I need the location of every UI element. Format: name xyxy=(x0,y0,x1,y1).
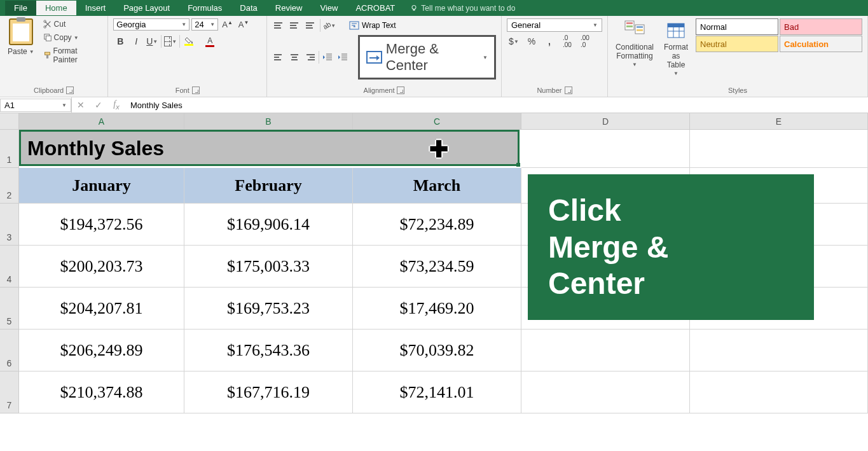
orientation-button[interactable]: ab▼ xyxy=(322,18,336,32)
conditional-formatting-button[interactable]: Conditional Formatting▼ xyxy=(613,18,656,78)
selection-handle[interactable] xyxy=(516,163,520,167)
cancel-formula-button[interactable]: ✕ xyxy=(72,98,90,113)
format-painter-button[interactable]: Format Painter xyxy=(41,45,103,66)
tell-me-search[interactable]: Tell me what you want to do xyxy=(410,4,515,13)
row-header-3[interactable]: 3 xyxy=(0,204,19,246)
column-header-e[interactable]: E xyxy=(690,113,868,130)
svg-rect-14 xyxy=(637,29,643,31)
wrap-text-button[interactable]: Wrap Text xyxy=(349,21,396,30)
cell-A5[interactable]: $204,207.81 xyxy=(19,288,184,330)
column-header-d[interactable]: D xyxy=(521,113,690,130)
cell-header-january[interactable]: January xyxy=(19,168,184,204)
tab-file[interactable]: File xyxy=(5,1,36,15)
cell-D6[interactable] xyxy=(521,330,690,371)
paste-button[interactable]: Paste ▼ xyxy=(5,46,37,57)
bold-button[interactable]: B xyxy=(113,34,127,48)
name-box[interactable]: A1▼ xyxy=(0,99,71,112)
percent-format-button[interactable]: % xyxy=(525,34,539,48)
cell-B4[interactable]: $175,003.33 xyxy=(184,246,353,288)
cell-B5[interactable]: $169,753.23 xyxy=(184,288,353,330)
border-button[interactable]: ▼ xyxy=(163,34,177,48)
column-header-c[interactable]: C xyxy=(353,113,521,130)
formula-input[interactable]: Monthly Sales xyxy=(125,99,868,111)
cell-B3[interactable]: $169,906.14 xyxy=(184,204,353,246)
underline-button[interactable]: U ▼ xyxy=(145,34,159,48)
align-middle-button[interactable] xyxy=(288,19,302,32)
cell-A3[interactable]: $194,372.56 xyxy=(19,204,184,246)
tab-insert[interactable]: Insert xyxy=(76,1,115,15)
increase-font-button[interactable]: A▲ xyxy=(220,20,235,29)
align-left-button[interactable] xyxy=(272,51,286,64)
cell-style-neutral[interactable]: Neutral xyxy=(696,36,778,52)
row-header-6[interactable]: 6 xyxy=(0,330,19,371)
number-group-label: Number xyxy=(537,87,561,94)
italic-button[interactable]: I xyxy=(129,34,143,48)
fx-button[interactable]: fx xyxy=(107,98,125,113)
cell-header-february[interactable]: February xyxy=(184,168,353,204)
cell-C7[interactable]: $72,141.01 xyxy=(353,371,521,413)
number-launcher[interactable] xyxy=(565,87,572,94)
increase-indent-button[interactable] xyxy=(336,50,350,64)
row-header-2[interactable]: 2 xyxy=(0,168,19,204)
cell-style-calculation[interactable]: Calculation xyxy=(780,36,862,52)
cell-header-march[interactable]: March xyxy=(353,168,521,204)
column-header-a[interactable]: A xyxy=(19,113,184,130)
cut-button[interactable]: Cut xyxy=(41,18,103,30)
tab-home[interactable]: Home xyxy=(36,1,76,15)
select-all-corner[interactable] xyxy=(0,113,19,130)
align-right-button[interactable] xyxy=(303,51,316,64)
decrease-font-button[interactable]: A▼ xyxy=(237,20,251,29)
enter-formula-button[interactable]: ✓ xyxy=(90,98,107,113)
accounting-format-button[interactable]: $ ▼ xyxy=(507,34,521,48)
decrease-decimal-button[interactable]: .00.0 xyxy=(578,34,592,48)
cell-B7[interactable]: $167,716.19 xyxy=(184,371,353,413)
cell-D1[interactable] xyxy=(521,130,690,168)
fill-color-button[interactable]: ▼ xyxy=(182,34,196,48)
font-size-select[interactable]: 24▼ xyxy=(191,18,218,31)
cell-A4[interactable]: $200,203.73 xyxy=(19,246,184,288)
cell-E6[interactable] xyxy=(690,330,868,371)
decrease-indent-button[interactable] xyxy=(321,50,334,64)
cell-E7[interactable] xyxy=(690,371,868,413)
alignment-launcher[interactable] xyxy=(397,87,404,94)
tab-page-layout[interactable]: Page Layout xyxy=(114,1,179,15)
font-group-label: Font xyxy=(176,87,189,94)
row-header-7[interactable]: 7 xyxy=(0,371,19,413)
clipboard-launcher[interactable] xyxy=(66,87,74,94)
tab-data[interactable]: Data xyxy=(231,1,266,15)
copy-icon xyxy=(43,33,52,42)
align-top-button[interactable] xyxy=(272,19,286,32)
tab-view[interactable]: View xyxy=(311,1,347,15)
cell-C3[interactable]: $72,234.89 xyxy=(353,204,521,246)
column-header-b[interactable]: B xyxy=(184,113,353,130)
tab-acrobat[interactable]: ACROBAT xyxy=(347,1,404,15)
row-header-5[interactable]: 5 xyxy=(0,288,19,330)
font-name-select[interactable]: Georgia▼ xyxy=(113,18,189,31)
brush-icon xyxy=(43,51,52,60)
cell-C6[interactable]: $70,039.82 xyxy=(353,330,521,371)
align-bottom-button[interactable] xyxy=(304,19,318,32)
cell-D7[interactable] xyxy=(521,371,690,413)
cell-C5[interactable]: $17,469.20 xyxy=(353,288,521,330)
cell-B6[interactable]: $176,543.36 xyxy=(184,330,353,371)
cell-style-normal[interactable]: Normal xyxy=(696,18,778,35)
comma-format-button[interactable]: , xyxy=(542,34,556,48)
cell-E1[interactable] xyxy=(690,130,868,168)
row-header-4[interactable]: 4 xyxy=(0,246,19,288)
merge-center-button[interactable]: Merge & Center ▼ xyxy=(358,35,496,80)
cell-A7[interactable]: $210,374.88 xyxy=(19,371,184,413)
align-center-button[interactable] xyxy=(287,51,301,64)
cell-style-bad[interactable]: Bad xyxy=(780,18,862,35)
cell-C4[interactable]: $73,234.59 xyxy=(353,246,521,288)
cell-A6[interactable]: $206,249.89 xyxy=(19,330,184,371)
font-color-button[interactable]: A ▼ xyxy=(203,34,217,48)
cell-styles-gallery[interactable]: Normal Bad Neutral Calculation xyxy=(696,18,862,78)
font-launcher[interactable] xyxy=(192,87,200,94)
row-header-1[interactable]: 1 xyxy=(0,130,19,168)
format-as-table-button[interactable]: Format as Table▼ xyxy=(661,18,691,78)
number-format-select[interactable]: General▼ xyxy=(507,18,602,32)
copy-button[interactable]: Copy ▼ xyxy=(41,32,103,43)
increase-decimal-button[interactable]: .0.00 xyxy=(560,34,574,48)
tab-review[interactable]: Review xyxy=(266,1,312,15)
tab-formulas[interactable]: Formulas xyxy=(179,1,231,15)
